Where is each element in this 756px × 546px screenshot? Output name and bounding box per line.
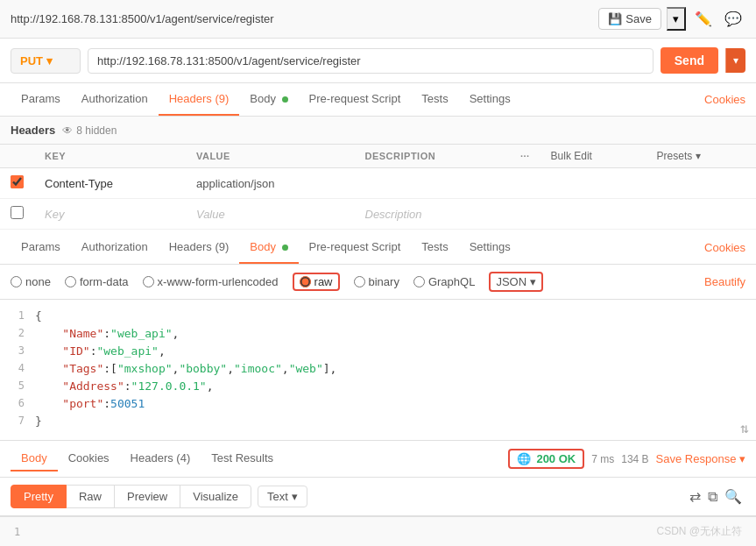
response-time: 7 ms — [591, 453, 614, 465]
tab-prerequest[interactable]: Pre-request Script — [299, 83, 412, 116]
search-icon[interactable]: 🔍 — [721, 485, 745, 508]
tab-tests[interactable]: Tests — [411, 83, 458, 116]
bulk-edit-button[interactable]: Bulk Edit — [551, 150, 592, 162]
tab-params[interactable]: Params — [11, 83, 71, 116]
beautify-link[interactable]: Beautify — [704, 275, 745, 288]
value-placeholder[interactable]: Value — [186, 199, 355, 230]
line-content: "Tags":["mxshop","bobby","imooc","web"], — [35, 362, 756, 375]
rtab-body[interactable]: Body — [11, 446, 58, 472]
tab2-prerequest[interactable]: Pre-request Script — [299, 231, 412, 264]
line-num: 5 — [0, 379, 35, 392]
presets-button[interactable]: Presets ▾ — [657, 150, 701, 162]
body-dot2 — [282, 245, 288, 251]
option-binary[interactable]: binary — [354, 275, 399, 288]
title-bar: http://192.168.78.131:8500/v1/agent/serv… — [0, 0, 756, 39]
option-formdata[interactable]: form-data — [65, 275, 129, 288]
title-actions: 💾 Save ▾ ✏️ 💬 — [598, 7, 745, 31]
desc-cell — [355, 168, 510, 199]
line-content: "Address":"127.0.0.1", — [35, 379, 756, 393]
send-dropdown-button[interactable]: ▾ — [725, 48, 745, 73]
request-tabs: Params Authorization Headers (9) Body Pr… — [0, 83, 756, 117]
line-content: } — [35, 415, 756, 428]
tab-settings[interactable]: Settings — [459, 83, 521, 116]
rtab-cookies[interactable]: Cookies — [58, 446, 120, 472]
code-line: 1 { — [0, 308, 756, 326]
response-size: 134 B — [621, 453, 648, 465]
table-row: Content-Type application/json — [0, 168, 756, 199]
rtab-testresults[interactable]: Test Results — [201, 446, 284, 472]
globe-icon: 🌐 — [517, 452, 531, 465]
th-description: DESCRIPTION — [355, 145, 510, 168]
key-cell: Content-Type — [34, 168, 186, 199]
status-badge: 🌐 200 OK — [508, 449, 584, 469]
format-arrow: ▾ — [292, 490, 298, 503]
bulk-cell-empty — [541, 199, 646, 230]
body-tabs: Params Authorization Headers (9) Body Pr… — [0, 231, 756, 265]
th-more: ··· — [510, 145, 541, 168]
footer: 1 CSDN @无休止符 — [0, 516, 756, 546]
tab2-settings[interactable]: Settings — [459, 231, 521, 264]
eye-icon: 👁 — [62, 124, 73, 137]
url-input[interactable] — [88, 48, 654, 74]
copy-icon[interactable]: ⧉ — [704, 486, 721, 508]
format-label: Text — [267, 490, 288, 503]
th-bulk-edit: Bulk Edit — [541, 145, 646, 168]
key-placeholder[interactable]: Key — [34, 199, 186, 230]
response-line-num: 1 — [14, 526, 20, 538]
option-graphql[interactable]: GraphQL — [413, 275, 475, 288]
row-checkbox[interactable] — [11, 175, 24, 188]
cookies-link[interactable]: Cookies — [704, 93, 745, 106]
code-line: 2 "Name":"web_api", — [0, 326, 756, 344]
tab2-tests[interactable]: Tests — [411, 231, 458, 264]
line-num: 4 — [0, 362, 35, 374]
format-select[interactable]: JSON ▾ — [489, 272, 543, 292]
rtab-headers[interactable]: Headers (4) — [120, 446, 201, 472]
tab-headers[interactable]: Headers (9) — [159, 83, 240, 116]
tab-authorization[interactable]: Authorization — [71, 83, 159, 116]
save-dropdown-button[interactable]: ▾ — [667, 7, 686, 31]
hidden-count: 👁 8 hidden — [62, 124, 117, 137]
vtab-visualize[interactable]: Visualize — [180, 485, 251, 508]
vtab-raw[interactable]: Raw — [66, 485, 115, 508]
edit-icon-button[interactable]: ✏️ — [691, 7, 716, 31]
save-button[interactable]: 💾 Save — [598, 8, 661, 30]
resize-handle[interactable]: ⇅ — [740, 420, 749, 436]
headers-section-header: Headers 👁 8 hidden — [0, 117, 756, 145]
wrap-icon[interactable]: ⇄ — [686, 485, 704, 508]
th-checkbox — [0, 145, 34, 168]
th-key: KEY — [34, 145, 186, 168]
tab-body[interactable]: Body — [239, 83, 298, 116]
code-editor[interactable]: 1 { 2 "Name":"web_api", 3 "ID":"web_api"… — [0, 300, 756, 441]
line-content: "ID":"web_api", — [35, 344, 756, 358]
vtab-pretty[interactable]: Pretty — [11, 485, 67, 508]
format-select-response[interactable]: Text ▾ — [258, 486, 307, 507]
method-label: PUT — [20, 54, 43, 67]
save-response-button[interactable]: Save Response ▾ — [656, 452, 745, 465]
tab2-params[interactable]: Params — [11, 231, 71, 264]
response-status: 🌐 200 OK 7 ms 134 B Save Response ▾ — [508, 449, 745, 469]
cookies-link2[interactable]: Cookies — [704, 241, 745, 254]
bulk-cell — [541, 168, 646, 199]
save-icon: 💾 — [608, 12, 622, 25]
title-url: http://192.168.78.131:8500/v1/agent/serv… — [11, 12, 274, 25]
tab2-headers[interactable]: Headers (9) — [159, 231, 240, 264]
method-select[interactable]: PUT ▾ — [11, 48, 81, 74]
row-checkbox-empty[interactable] — [11, 206, 24, 219]
body-dot — [282, 96, 288, 103]
option-none[interactable]: none — [11, 275, 51, 288]
send-button[interactable]: Send — [661, 47, 718, 74]
tab2-authorization[interactable]: Authorization — [71, 231, 159, 264]
request-bar: PUT ▾ Send ▾ — [0, 39, 756, 83]
line-num: 6 — [0, 397, 35, 409]
line-content: { — [35, 309, 756, 323]
headers-table-head: KEY VALUE DESCRIPTION ··· Bulk Edit Pres… — [0, 145, 756, 168]
vtab-preview[interactable]: Preview — [114, 485, 180, 508]
raw-option-box: raw — [293, 273, 340, 291]
tab2-body[interactable]: Body — [239, 231, 298, 264]
comment-icon-button[interactable]: 💬 — [721, 7, 745, 31]
line-num: 3 — [0, 344, 35, 357]
option-urlencoded[interactable]: x-www-form-urlencoded — [143, 275, 279, 288]
th-presets: Presets ▾ — [646, 145, 756, 168]
value-cell: application/json — [186, 168, 355, 199]
option-raw[interactable]: raw — [293, 273, 340, 291]
